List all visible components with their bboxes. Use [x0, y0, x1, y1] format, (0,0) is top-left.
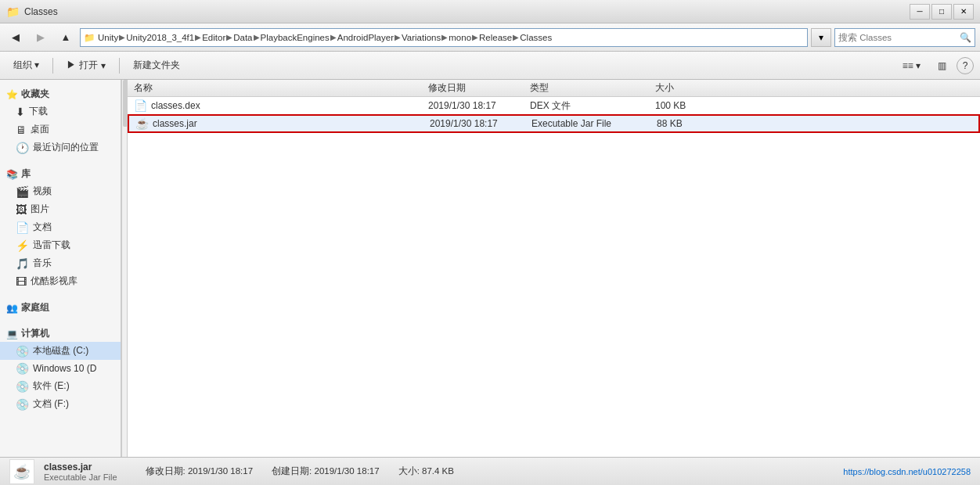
col-header-date[interactable]: 修改日期	[428, 82, 530, 94]
back-button[interactable]: ◀	[5, 27, 27, 48]
file-name-dex: 📄 classes.dex	[131, 99, 428, 112]
col-header-size[interactable]: 大小	[655, 82, 733, 94]
status-filename: classes.jar	[44, 462, 117, 472]
forward-button[interactable]: ▶	[30, 27, 52, 48]
computer-header: 💻 计算机	[0, 322, 121, 342]
status-meta: 修改日期: 2019/1/30 18:17 创建日期: 2019/1/30 18…	[146, 465, 454, 477]
sidebar-divider-2	[0, 290, 121, 296]
path-segment-release: Release	[479, 33, 512, 42]
address-path[interactable]: 📁 Unity ▶ Unity2018_3_4f1 ▶ Editor ▶ Dat…	[80, 28, 808, 47]
maximize-button[interactable]: □	[931, 4, 952, 20]
status-create-date: 创建日期: 2019/1/30 18:17	[272, 465, 380, 477]
sidebar-scrollbar[interactable]	[121, 80, 128, 457]
sidebar-item-music-label: 音乐	[33, 257, 52, 270]
toolbar-separator-1	[52, 58, 53, 74]
sidebar-item-document[interactable]: 📄 文档	[0, 218, 121, 236]
size-value: 87.4 KB	[422, 466, 454, 476]
view-button[interactable]: ≡≡ ▾	[895, 56, 928, 76]
sidebar-scrollbar-thumb	[123, 80, 128, 127]
table-row[interactable]: 📄 classes.dex 2019/1/30 18:17 DEX 文件 100…	[128, 97, 980, 114]
file-date-dex: 2019/1/30 18:17	[428, 100, 530, 111]
help-button[interactable]: ?	[957, 57, 974, 74]
homegroup-header: 👥 家庭组	[0, 296, 121, 316]
computer-label: 计算机	[21, 327, 49, 340]
sidebar-item-recent[interactable]: 🕐 最近访问的位置	[0, 138, 121, 156]
sidebar-item-download-label: 下载	[29, 105, 48, 118]
sidebar-divider-3	[0, 316, 121, 322]
col-header-name[interactable]: 名称	[131, 82, 428, 94]
modify-date-value: 2019/1/30 18:17	[188, 466, 253, 476]
download-icon: ⬇	[16, 106, 25, 118]
modify-label: 修改日期:	[146, 466, 186, 476]
col-header-type[interactable]: 类型	[530, 82, 655, 94]
new-folder-button[interactable]: 新建文件夹	[126, 56, 187, 76]
sidebar-item-youku-label: 优酷影视库	[31, 275, 77, 288]
window-icon: 📁	[6, 5, 20, 18]
path-segment-5: PlaybackEngines	[261, 33, 330, 42]
organize-button[interactable]: 组织 ▾	[6, 56, 46, 76]
sidebar-item-picture[interactable]: 🖼 图片	[0, 200, 121, 218]
favorites-label: 收藏夹	[21, 88, 49, 101]
sidebar-item-thunder[interactable]: ⚡ 迅雷下载	[0, 236, 121, 254]
sidebar-item-youku[interactable]: 🎞 优酷影视库	[0, 272, 121, 290]
sidebar-item-recent-label: 最近访问的位置	[33, 141, 99, 154]
create-date-value: 2019/1/30 18:17	[315, 466, 380, 476]
sidebar-item-drive-e-label: 软件 (E:)	[33, 379, 70, 393]
minimize-button[interactable]: ─	[910, 4, 930, 20]
title-bar: 📁 Classes ─ □ ✕	[0, 0, 980, 23]
main-layout: ⭐ 收藏夹 ⬇ 下载 🖥 桌面 🕐 最近访问的位置 📚 库 🎬 视频 🖼 图片	[0, 80, 980, 457]
library-icon: 📚	[6, 169, 18, 180]
jar-file-icon: ☕	[135, 117, 149, 130]
sidebar-item-drive-c[interactable]: 💿 本地磁盘 (C:)	[0, 342, 121, 360]
title-bar-controls: ─ □ ✕	[910, 4, 974, 20]
search-icon[interactable]: 🔍	[960, 32, 971, 43]
create-label: 创建日期:	[272, 466, 312, 476]
sidebar-item-drive-e[interactable]: 💿 软件 (E:)	[0, 377, 121, 395]
refresh-button[interactable]: ▾	[811, 28, 831, 47]
title-bar-left: 📁 Classes	[6, 5, 58, 18]
sidebar-item-desktop[interactable]: 🖥 桌面	[0, 120, 121, 138]
path-segment-6: AndroidPlayer	[337, 33, 394, 42]
status-size: 大小: 87.4 KB	[398, 465, 454, 477]
picture-icon: 🖼	[16, 203, 27, 216]
close-button[interactable]: ✕	[953, 4, 974, 20]
path-segment-2: Unity2018_3_4f1	[126, 33, 194, 42]
status-url[interactable]: https://blog.csdn.net/u010272258	[843, 467, 971, 476]
recent-icon: 🕐	[16, 142, 29, 154]
address-bar: ◀ ▶ ▲ 📁 Unity ▶ Unity2018_3_4f1 ▶ Editor…	[0, 23, 980, 52]
sidebar-item-music[interactable]: 🎵 音乐	[0, 254, 121, 272]
pane-button[interactable]: ▥	[931, 56, 953, 76]
search-input[interactable]	[838, 33, 960, 42]
toolbar-separator-2	[119, 58, 120, 74]
status-info: classes.jar Executable Jar File	[44, 462, 117, 482]
size-label: 大小:	[398, 466, 420, 476]
sidebar-item-video[interactable]: 🎬 视频	[0, 182, 121, 200]
drive-c-icon: 💿	[16, 345, 29, 357]
path-segment-8: mono	[449, 33, 471, 42]
open-button[interactable]: ▶ 打开 ▾	[59, 56, 112, 76]
sidebar-divider-1	[0, 156, 121, 163]
search-box[interactable]: 🔍	[834, 28, 975, 47]
table-row[interactable]: ☕ classes.jar 2019/1/30 18:17 Executable…	[128, 114, 980, 133]
sidebar: ⭐ 收藏夹 ⬇ 下载 🖥 桌面 🕐 最近访问的位置 📚 库 🎬 视频 🖼 图片	[0, 80, 121, 457]
path-segment-1: Unity	[98, 33, 118, 42]
sidebar-item-download[interactable]: ⬇ 下载	[0, 102, 121, 120]
dex-file-icon: 📄	[134, 99, 147, 112]
drive-d-icon: 💿	[16, 362, 29, 375]
sidebar-item-picture-label: 图片	[31, 203, 49, 216]
document-icon: 📄	[16, 221, 29, 234]
toolbar: 组织 ▾ ▶ 打开 ▾ 新建文件夹 ≡≡ ▾ ▥ ?	[0, 52, 980, 80]
path-segment-4: Data	[233, 33, 252, 42]
up-button[interactable]: ▲	[55, 27, 77, 48]
toolbar-right: ≡≡ ▾ ▥ ?	[895, 56, 974, 76]
sidebar-item-drive-d[interactable]: 💿 Windows 10 (D	[0, 360, 121, 377]
desktop-icon: 🖥	[16, 124, 27, 136]
sidebar-item-drive-f[interactable]: 💿 文档 (F:)	[0, 395, 121, 413]
drive-f-icon: 💿	[16, 398, 29, 411]
homegroup-icon: 👥	[6, 303, 18, 314]
music-icon: 🎵	[16, 257, 29, 270]
file-name-jar: ☕ classes.jar	[132, 117, 430, 130]
library-header: 📚 库	[0, 163, 121, 182]
favorites-icon: ⭐	[6, 89, 18, 100]
file-area: 名称 修改日期 类型 大小 📄 classes.dex 2019/1/30 18…	[128, 80, 980, 457]
